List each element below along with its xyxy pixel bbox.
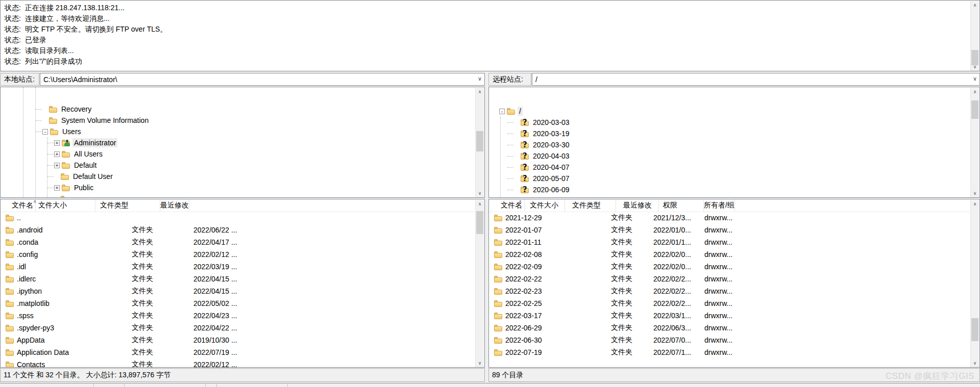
- scroll-up-icon[interactable]: ∧: [971, 1, 979, 9]
- remote-tree-scrollbar[interactable]: ∧ ∨: [970, 88, 979, 197]
- tree-item[interactable]: 2020-03-03: [489, 117, 971, 128]
- column-header[interactable]: 文件大小: [36, 199, 95, 212]
- file-row[interactable]: .ipython 文件夹 2022/04/15 ...: [1, 285, 476, 297]
- tree-item[interactable]: + Default: [1, 160, 476, 171]
- tree-item[interactable]: - Users: [1, 126, 476, 137]
- log-line-message: 明文 FTP 不安全。请切换到 FTP over TLS。: [25, 25, 167, 33]
- file-row[interactable]: 2022-01-11 文件夹 2022/01/1... drwxrw...: [489, 236, 971, 248]
- column-header[interactable]: 权限: [659, 199, 704, 212]
- file-row[interactable]: 2022-02-09 文件夹 2022/02/0... drwxrw...: [489, 261, 971, 273]
- scroll-down-icon[interactable]: ∨: [476, 359, 484, 367]
- file-modified-cell: 2022/07/19 ...: [189, 348, 254, 356]
- scroll-thumb[interactable]: [971, 318, 978, 341]
- tree-item[interactable]: [489, 195, 971, 197]
- file-row[interactable]: 2022-06-29 文件夹 2022/06/3... drwxrw...: [489, 322, 971, 334]
- chevron-down-icon[interactable]: ∨: [478, 75, 482, 82]
- tree-expander[interactable]: +: [54, 163, 60, 168]
- tree-expander[interactable]: [514, 120, 519, 125]
- file-row[interactable]: ..: [1, 212, 476, 224]
- file-name: ..: [17, 214, 21, 222]
- file-modified-cell: 2022/03/1...: [646, 312, 697, 320]
- column-header[interactable]: 最近修改: [160, 199, 189, 212]
- scroll-up-icon[interactable]: ∧: [971, 200, 979, 208]
- tree-item[interactable]: + Administrator: [1, 137, 476, 148]
- log-scrollbar[interactable]: ∧ ∨: [970, 1, 979, 71]
- local-site-combobox[interactable]: C:\Users\Administrator\ ∨: [40, 73, 485, 86]
- column-header[interactable]: 文件类型: [95, 199, 160, 212]
- tree-expander[interactable]: [514, 188, 519, 192]
- column-header[interactable]: 所有者/组: [704, 199, 735, 212]
- scroll-down-icon[interactable]: ∨: [971, 63, 979, 71]
- tree-expander[interactable]: +: [54, 151, 60, 157]
- tree-item[interactable]: Default User: [1, 171, 476, 182]
- file-row[interactable]: .idl 文件夹 2022/03/19 ...: [1, 261, 476, 273]
- tree-expander[interactable]: [42, 107, 47, 112]
- file-row[interactable]: .conda 文件夹 2022/04/17 ...: [1, 236, 476, 248]
- tree-item[interactable]: Recovery: [1, 104, 476, 115]
- local-tree-scrollbar[interactable]: ∧ ∨: [475, 88, 484, 197]
- scroll-down-icon[interactable]: ∨: [476, 189, 484, 197]
- tree-expander[interactable]: [514, 132, 519, 136]
- scroll-down-icon[interactable]: ∨: [971, 189, 979, 197]
- tree-item[interactable]: + Public: [1, 182, 476, 193]
- file-row[interactable]: .config 文件夹 2022/02/12 ...: [1, 248, 476, 261]
- column-header[interactable]: 文件名: [1, 199, 36, 212]
- scroll-up-icon[interactable]: ∧: [476, 88, 484, 96]
- file-row[interactable]: 2022-01-07 文件夹 2022/01/0... drwxrw...: [489, 224, 971, 236]
- file-row[interactable]: .idlerc 文件夹 2022/04/15 ...: [1, 273, 476, 285]
- file-row[interactable]: 2021-12-29 文件夹 2021/12/3... drwxrw...: [489, 212, 971, 224]
- tree-expander[interactable]: [54, 174, 59, 179]
- log-line-message: 列出"/"的目录成功: [25, 57, 82, 65]
- scroll-up-icon[interactable]: ∧: [971, 88, 979, 96]
- tree-expander[interactable]: [42, 118, 47, 123]
- column-header[interactable]: 最近修改: [616, 199, 659, 212]
- file-name-cell: 2022-02-09: [489, 263, 570, 271]
- file-row[interactable]: .android 文件夹 2022/06/22 ...: [1, 224, 476, 236]
- tree-expander[interactable]: [514, 176, 519, 181]
- file-row[interactable]: 2022-02-25 文件夹 2022/02/2... drwxrw...: [489, 297, 971, 309]
- file-row[interactable]: .matplotlib 文件夹 2022/05/02 ...: [1, 297, 476, 309]
- scroll-thumb[interactable]: [971, 100, 978, 119]
- tree-item[interactable]: 2020-04-03: [489, 150, 971, 162]
- chevron-down-icon[interactable]: ∨: [973, 75, 977, 82]
- folder-icon: [62, 140, 70, 146]
- tree-expander[interactable]: +: [54, 185, 60, 191]
- file-row[interactable]: .spss 文件夹 2022/04/23 ...: [1, 309, 476, 322]
- file-row[interactable]: Contacts 文件夹 2022/02/12 ...: [1, 358, 476, 367]
- tree-expander[interactable]: -: [42, 129, 48, 135]
- scroll-thumb[interactable]: [476, 211, 483, 234]
- tree-expander[interactable]: -: [499, 109, 505, 114]
- file-row[interactable]: 2022-03-17 文件夹 2022/03/1... drwxrw...: [489, 309, 971, 322]
- scroll-up-icon[interactable]: ∧: [476, 200, 484, 208]
- tree-item[interactable]: [1, 193, 476, 197]
- scroll-thumb[interactable]: [476, 131, 483, 151]
- file-row[interactable]: AppData 文件夹 2019/10/30 ...: [1, 334, 476, 346]
- file-row[interactable]: 2022-02-08 文件夹 2022/02/0... drwxrw...: [489, 248, 971, 261]
- tree-item[interactable]: 2020-04-07: [489, 162, 971, 173]
- tree-item[interactable]: System Volume Information: [1, 115, 476, 126]
- file-row[interactable]: .spyder-py3 文件夹 2022/04/22 ...: [1, 322, 476, 334]
- scroll-down-icon[interactable]: ∨: [971, 359, 979, 367]
- column-header[interactable]: 文件大小: [525, 199, 565, 212]
- tree-item[interactable]: 2020-03-30: [489, 139, 971, 150]
- folder-icon: [49, 117, 57, 124]
- tree-item[interactable]: - /: [489, 106, 971, 117]
- tree-expander[interactable]: [54, 197, 59, 198]
- tree-expander[interactable]: [514, 154, 519, 159]
- remote-site-combobox[interactable]: / ∨: [532, 73, 980, 86]
- file-row[interactable]: Application Data 文件夹 2022/07/19 ...: [1, 346, 476, 358]
- tree-expander[interactable]: [514, 143, 519, 147]
- tree-item[interactable]: + All Users: [1, 148, 476, 160]
- local-list-scrollbar[interactable]: ∧ ∨: [475, 200, 484, 367]
- file-row[interactable]: 2022-07-19 文件夹 2022/07/1... drwxrw...: [489, 346, 971, 358]
- file-row[interactable]: 2022-02-23 文件夹 2022/02/2... drwxrw...: [489, 285, 971, 297]
- remote-list-scrollbar[interactable]: ∧ ∨: [970, 200, 979, 367]
- tree-item[interactable]: 2020-03-19: [489, 128, 971, 139]
- file-row[interactable]: 2022-06-30 文件夹 2022/07/0... drwxrw...: [489, 334, 971, 346]
- column-header[interactable]: 文件类型: [565, 199, 616, 212]
- tree-item[interactable]: 2020-05-07: [489, 173, 971, 184]
- tree-expander[interactable]: [514, 165, 519, 170]
- tree-item[interactable]: 2020-06-09: [489, 184, 971, 195]
- tree-expander[interactable]: +: [54, 140, 60, 146]
- file-row[interactable]: 2022-02-22 文件夹 2022/02/2... drwxrw...: [489, 273, 971, 285]
